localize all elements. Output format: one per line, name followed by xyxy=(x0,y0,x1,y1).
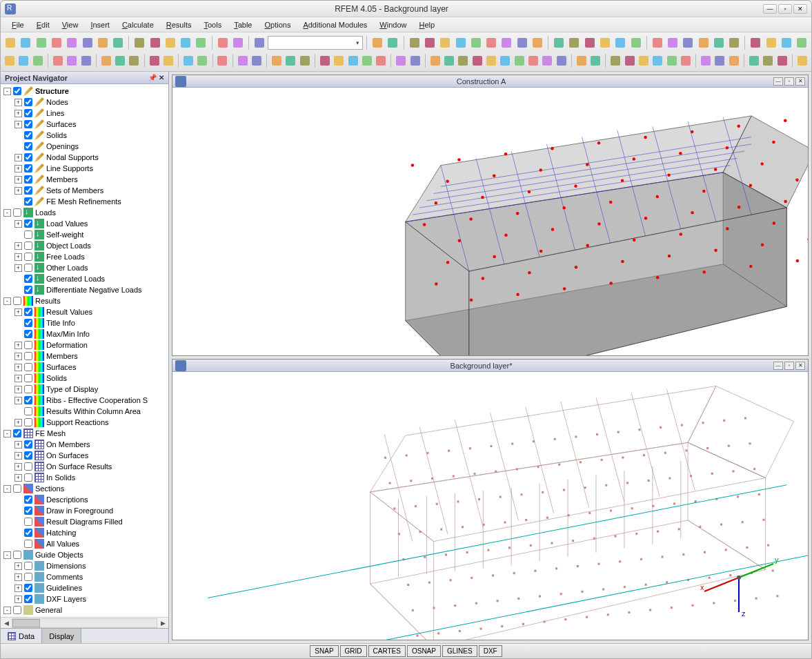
toolbar-grp2-button[interactable] xyxy=(713,53,726,68)
tree-checkbox[interactable] xyxy=(24,440,32,449)
toolbar-res2-button[interactable] xyxy=(762,53,774,68)
toolbar-sel-button[interactable] xyxy=(3,53,16,68)
tree-checkbox[interactable] xyxy=(24,506,32,515)
tree-checkbox[interactable] xyxy=(24,286,32,294)
toolbar-zoom3-button[interactable] xyxy=(637,53,650,68)
expand-icon[interactable]: + xyxy=(14,474,22,482)
toolbar-grp1-button[interactable] xyxy=(700,53,712,68)
maximize-button[interactable]: ▫ xyxy=(778,4,792,14)
tree-item-guide-objects[interactable]: -Guide Objects xyxy=(1,549,168,560)
tree-item-ribs-effective-cooperation-s[interactable]: +Ribs - Effective Cooperation S xyxy=(1,395,168,406)
toolbar-cursor-button[interactable] xyxy=(696,35,710,50)
menu-file[interactable]: File xyxy=(6,19,30,31)
tree-item-deformation[interactable]: +Deformation xyxy=(1,340,168,351)
tree-checkbox[interactable] xyxy=(13,551,21,559)
tree-checkbox[interactable] xyxy=(13,87,21,95)
tree-item-descriptions[interactable]: Descriptions xyxy=(1,494,168,505)
tree-checkbox[interactable] xyxy=(24,308,32,316)
tree-item-self-weight[interactable]: Self-weight xyxy=(1,229,168,240)
toolbar-arrow-button[interactable] xyxy=(408,35,422,50)
tree-item-structure[interactable]: -Structure xyxy=(1,86,168,97)
toolbar-open-button[interactable] xyxy=(182,53,195,68)
toolbar-load1-button[interactable] xyxy=(319,53,331,68)
tree-checkbox[interactable] xyxy=(24,374,32,382)
toolbar-cube-button[interactable] xyxy=(216,53,228,68)
toolbar-gen2-button[interactable] xyxy=(409,53,422,68)
tree-item-openings[interactable]: Openings xyxy=(1,141,168,152)
tree-checkbox[interactable] xyxy=(24,142,32,150)
close-panel-icon[interactable]: ✕ xyxy=(159,74,164,81)
pin-icon[interactable]: 📌 xyxy=(148,74,157,81)
toolbar-grp3-button[interactable] xyxy=(728,53,740,68)
expand-icon[interactable]: - xyxy=(3,209,11,217)
tree-item-object-loads[interactable]: +Object Loads xyxy=(1,240,168,251)
tree-item-dimensions[interactable]: +Dimensions xyxy=(1,560,168,571)
tree-checkbox[interactable] xyxy=(24,153,32,161)
expand-icon[interactable]: + xyxy=(14,99,22,106)
expand-icon[interactable]: + xyxy=(14,110,22,117)
tree-checkbox[interactable] xyxy=(24,540,32,548)
tree-checkbox[interactable] xyxy=(24,98,32,106)
toolbar-calc3-button[interactable] xyxy=(583,35,597,50)
tree-checkbox[interactable] xyxy=(24,352,32,360)
tree-checkbox[interactable] xyxy=(24,109,32,117)
tree-item-generated-loads[interactable]: Generated Loads xyxy=(1,273,168,284)
tree-checkbox[interactable] xyxy=(13,606,21,614)
tree-checkbox[interactable] xyxy=(24,363,32,371)
toolbar-save-button[interactable] xyxy=(34,35,48,50)
tree-checkbox[interactable] xyxy=(24,197,32,206)
menu-options[interactable]: Options xyxy=(259,19,296,31)
expand-icon[interactable]: + xyxy=(14,364,22,371)
tree-checkbox[interactable] xyxy=(24,253,32,261)
tree-checkbox[interactable] xyxy=(24,164,32,173)
expand-icon[interactable]: + xyxy=(14,419,22,426)
tree-item-members[interactable]: +Members xyxy=(1,174,168,185)
expand-icon[interactable]: + xyxy=(14,463,22,471)
toolbar-window-button[interactable] xyxy=(515,35,528,50)
expand-icon[interactable]: + xyxy=(14,596,22,603)
expand-icon[interactable]: + xyxy=(14,452,22,460)
toolbar-mod-button[interactable] xyxy=(780,35,793,50)
toolbar-sup2-button[interactable] xyxy=(284,53,297,68)
tree-item-line-supports[interactable]: +Line Supports xyxy=(1,163,168,174)
tree-checkbox[interactable] xyxy=(24,230,32,239)
toolbar-calc4-button[interactable] xyxy=(598,35,612,50)
expand-icon[interactable]: + xyxy=(14,220,22,228)
tree-item-max-min-info[interactable]: Max/Min Info xyxy=(1,328,168,340)
toolbar-load4-button[interactable] xyxy=(361,53,373,68)
view-maximize-button[interactable]: ▫ xyxy=(784,77,794,86)
tree-checkbox[interactable] xyxy=(24,573,32,581)
toolbar-line-button[interactable] xyxy=(52,53,64,68)
expand-icon[interactable]: + xyxy=(14,165,22,173)
toolbar-zoom1-button[interactable] xyxy=(609,53,622,68)
toolbar-copy-button[interactable] xyxy=(96,35,110,50)
tree-item-title-info[interactable]: Title Info xyxy=(1,317,168,328)
toolbar-calc6-button[interactable] xyxy=(628,35,642,50)
toolbar-prev-button[interactable] xyxy=(370,35,384,50)
expand-icon[interactable]: - xyxy=(3,485,11,493)
toolbar-view5-button[interactable] xyxy=(485,53,497,68)
toolbar-cut-button[interactable] xyxy=(80,35,94,50)
toolbar-sheet-button[interactable] xyxy=(215,35,229,50)
menu-table[interactable]: Table xyxy=(228,19,257,31)
tree-checkbox[interactable] xyxy=(24,595,32,603)
viewport-top[interactable] xyxy=(172,88,808,355)
toolbar-dot-button[interactable] xyxy=(252,35,266,50)
toolbar-sup3-button[interactable] xyxy=(299,53,311,68)
tree-item-results[interactable]: -Results xyxy=(1,295,168,306)
tree-checkbox[interactable] xyxy=(24,407,32,415)
toolbar-viewa-button[interactable] xyxy=(555,53,568,68)
toolbar-beam2-button[interactable] xyxy=(114,53,126,68)
expand-icon[interactable]: - xyxy=(3,607,11,614)
toolbar-zoom2-button[interactable] xyxy=(624,53,636,68)
tree-checkbox[interactable] xyxy=(24,462,32,471)
tree-item-hatching[interactable]: Hatching xyxy=(1,527,168,538)
tree-item-load-values[interactable]: +Load Values xyxy=(1,218,168,229)
toolbar-layer-button[interactable] xyxy=(727,35,741,50)
tree-checkbox[interactable] xyxy=(24,418,32,426)
view-maximize-button[interactable]: ▫ xyxy=(784,362,794,370)
expand-icon[interactable]: - xyxy=(3,551,11,559)
view-close-button[interactable]: ✕ xyxy=(795,77,805,86)
toolbar-zoom4-button[interactable] xyxy=(651,53,664,68)
toolbar-measure-button[interactable] xyxy=(651,35,664,50)
